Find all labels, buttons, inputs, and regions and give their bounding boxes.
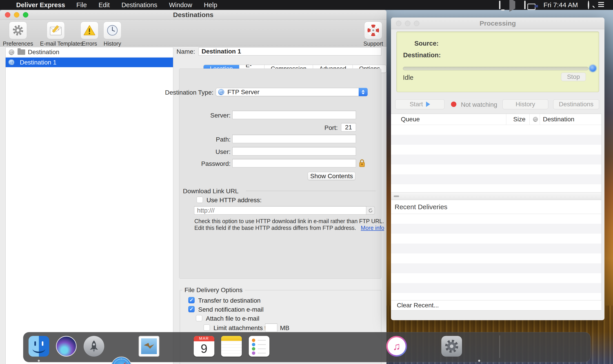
menu-edit[interactable]: Edit [98,1,110,9]
destination-type-label: Destination Type: [165,89,213,96]
dock-separator [499,336,500,358]
globe-icon [533,117,538,122]
destination-list-item-selected[interactable]: Destination 1 [6,58,173,67]
pane-splitter[interactable] [391,192,601,200]
user-input[interactable] [232,147,356,156]
destinations-window: Destinations Preferences E-mail Template… [0,10,387,364]
refresh-url-button[interactable] [366,206,375,215]
destination-list-header[interactable]: Destination [6,47,173,57]
size-column-header[interactable]: Size [513,114,525,125]
globe-icon [9,50,14,55]
dock-itunes-icon[interactable]: ♫ [386,336,407,357]
http-address-input[interactable] [194,206,366,215]
menu-window[interactable]: Window [169,1,192,9]
envelope-pencil-icon [50,25,62,36]
stop-button[interactable]: Stop [561,73,586,81]
notification-center-icon[interactable] [598,2,604,8]
globe-icon [218,89,224,95]
recent-deliveries-list[interactable] [391,214,601,300]
queue-table-header: Queue Size Destination [391,114,601,125]
destination-column-header[interactable]: Destination [543,114,574,125]
path-input[interactable] [232,135,356,143]
menu-help[interactable]: Help [204,1,217,9]
attach-checkbox[interactable] [196,315,202,321]
status-text: Idle [403,74,414,81]
destinations-titlebar[interactable]: Destinations [0,10,387,20]
notify-checkbox[interactable]: ✓ [188,306,195,312]
limit-size-input[interactable] [265,324,277,332]
window-title: Processing [391,20,604,27]
file-delivery-title: File Delivery Options [182,286,245,294]
progress-bar [403,67,588,70]
limit-unit-label: MB [280,325,289,332]
destination-type-select[interactable]: FTP Server [216,88,368,96]
clock-icon [106,25,118,36]
dock-finder-icon[interactable] [28,336,49,357]
notify-label: Send notification e-mail [198,306,264,313]
window-title: Destinations [0,11,387,19]
start-button[interactable]: Start [395,99,444,109]
port-input[interactable] [341,123,356,131]
limit-label: Limit attachments to [213,325,270,332]
displays-icon[interactable] [524,1,526,9]
airplay-display-icon[interactable] [499,1,500,9]
menu-file[interactable]: File [76,1,87,9]
dock-calendar-icon[interactable]: MAR 9 [194,336,214,357]
play-icon [426,102,430,107]
finder-running-indicator [38,360,40,362]
email-templates-button[interactable]: E-mail Templates [40,22,71,47]
transfer-label: Transfer to destination [198,297,261,304]
queue-list[interactable] [391,125,601,192]
destination-item-label: Destination 1 [20,59,56,66]
queue-column-header[interactable]: Queue [401,114,420,125]
limit-checkbox[interactable] [204,325,210,331]
help-line-2: Edit this field if the base HTTP address… [194,225,384,231]
destination-header-label: Destination [28,49,59,56]
more-info-link[interactable]: More info [361,225,384,231]
user-label: User: [215,148,231,156]
deliver-express-running-indicator [478,360,480,362]
dock-mail-icon[interactable] [139,336,159,357]
history-button[interactable]: History [502,99,548,109]
section-divider [246,191,376,191]
dock-system-preferences-icon[interactable] [441,336,462,357]
show-contents-button[interactable]: Show Contents [308,172,355,180]
support-button[interactable]: Support [357,22,389,47]
menubar-clock[interactable]: Fri 7:44 AM [544,1,578,9]
clear-recent-row: Clear Recent... [391,300,601,311]
padlock-icon [359,159,365,167]
destinations-button[interactable]: Destinations [553,99,599,109]
activity-indicator [589,65,596,72]
clear-recent-button[interactable]: Clear Recent... [397,302,439,309]
name-label: Name: [177,48,195,55]
dock-notes-icon[interactable] [221,336,242,357]
refresh-icon [368,208,373,213]
destination-list: Destination Destination 1 [5,47,173,364]
dock-launchpad-icon[interactable] [84,336,104,357]
dropdown-stepper-icon [359,88,368,96]
preferences-button[interactable]: Preferences [2,22,34,47]
dock-reminders-icon[interactable] [249,336,269,357]
menu-destinations[interactable]: Destinations [121,1,157,9]
name-input[interactable] [199,47,381,55]
globe-column-header[interactable] [533,114,538,125]
watch-status-icon [451,102,456,107]
use-http-checkbox[interactable] [197,197,203,203]
transfer-checkbox[interactable]: ✓ [188,297,195,303]
server-label: Server: [210,112,231,119]
history-button[interactable]: History [97,22,128,47]
use-http-label: Use HTTP address: [207,197,261,204]
scrollbar-track[interactable] [601,114,601,300]
app-menu-title[interactable]: Deliver Express [16,1,65,9]
screen-mirroring-icon[interactable] [509,1,515,9]
folder-icon [17,50,25,55]
processing-titlebar[interactable]: Processing [391,17,604,29]
dock-safari-icon[interactable] [111,357,132,364]
password-input[interactable] [232,159,356,167]
spotlight-search-icon[interactable] [588,1,589,9]
menu-bar: Deliver Express File Edit Destinations W… [0,0,613,10]
destination-type-value: FTP Server [227,89,260,96]
dock-siri-icon[interactable] [56,336,77,357]
processing-window: Processing Source: Destination: Idle Sto… [391,17,604,320]
server-input[interactable] [232,111,356,119]
